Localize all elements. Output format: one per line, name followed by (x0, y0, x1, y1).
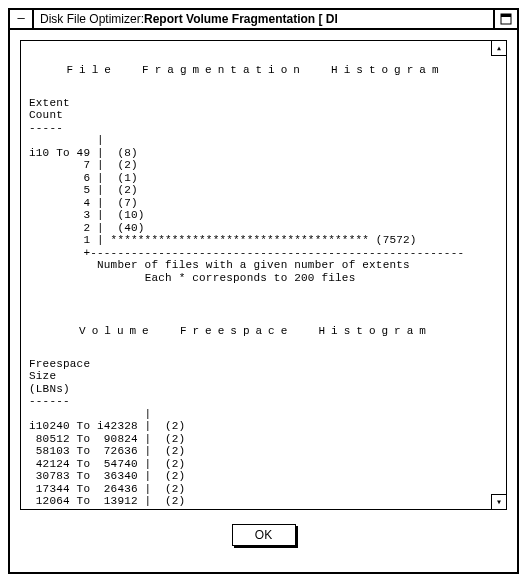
client-area: ▴ ▾ File Fragmentation Histogram Extent … (10, 30, 517, 572)
scroll-down-button[interactable]: ▾ (491, 494, 507, 510)
title-main: Report Volume Fragmentation [ DI (144, 12, 338, 26)
window-frame: — Disk File Optimizer: Report Volume Fra… (8, 8, 519, 574)
section-title-fragmentation: File Fragmentation Histogram (29, 64, 482, 77)
report-panel: ▴ ▾ File Fragmentation Histogram Extent … (20, 40, 507, 510)
report-text: File Fragmentation Histogram Extent Coun… (21, 41, 490, 509)
extent-count-header: Extent Count ----- (29, 97, 70, 134)
titlebar: — Disk File Optimizer: Report Volume Fra… (10, 10, 517, 30)
maximize-button[interactable] (493, 10, 517, 28)
frag-footer-line2: Each * corresponds to 200 files (145, 272, 356, 284)
chevron-down-icon: ▾ (496, 496, 502, 508)
frag-footer-line1: Number of files with a given number of e… (97, 259, 410, 271)
section-title-freespace: Volume Freespace Histogram (29, 325, 482, 338)
system-menu-button[interactable]: — (10, 10, 34, 28)
freespace-header: Freespace Size (LBNs) ------ (29, 358, 90, 408)
title-prefix: Disk File Optimizer: (40, 12, 144, 26)
scroll-up-button[interactable]: ▴ (491, 40, 507, 56)
chevron-up-icon: ▴ (496, 42, 502, 54)
maximize-icon (500, 13, 512, 25)
button-row: OK (20, 524, 507, 546)
window-title: Disk File Optimizer: Report Volume Fragm… (34, 10, 493, 28)
ok-button[interactable]: OK (232, 524, 296, 546)
svg-rect-1 (501, 14, 511, 17)
frag-footer-rule: +---------------------------------------… (29, 247, 464, 259)
